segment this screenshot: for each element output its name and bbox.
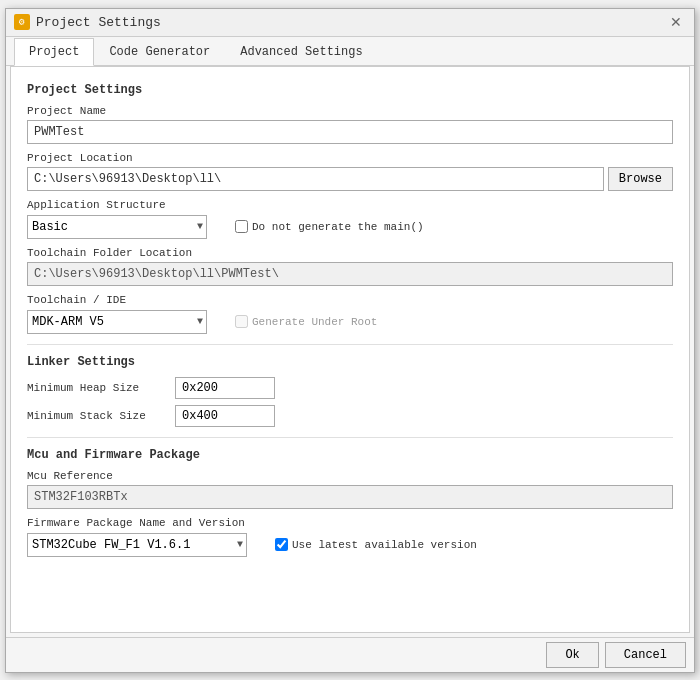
- cancel-button[interactable]: Cancel: [605, 642, 686, 668]
- mcu-section-title: Mcu and Firmware Package: [27, 448, 673, 462]
- mcu-reference-input: [27, 485, 673, 509]
- latest-version-checkbox[interactable]: [275, 538, 288, 551]
- title-bar-left: ⚙ Project Settings: [14, 14, 161, 30]
- toolchain-folder-label: Toolchain Folder Location: [27, 247, 673, 259]
- dialog-footer: Ok Cancel: [6, 637, 694, 672]
- tabs-container: Project Code Generator Advanced Settings: [6, 37, 694, 66]
- min-heap-input[interactable]: [175, 377, 275, 399]
- app-structure-label: Application Structure: [27, 199, 673, 211]
- settings-icon: ⚙: [14, 14, 30, 30]
- toolchain-folder-input[interactable]: [27, 262, 673, 286]
- linker-settings-title: Linker Settings: [27, 355, 673, 369]
- project-settings-section-title: Project Settings: [27, 83, 673, 97]
- latest-version-checkbox-row: Use latest available version: [275, 538, 477, 551]
- divider-1: [27, 344, 673, 345]
- generate-under-root-row: Generate Under Root: [235, 315, 377, 328]
- project-location-input[interactable]: [27, 167, 604, 191]
- generate-under-root-checkbox[interactable]: [235, 315, 248, 328]
- divider-2: [27, 437, 673, 438]
- toolchain-ide-select[interactable]: MDK-ARM V5 MDK-ARM V4 EWARM SW4STM32: [27, 310, 207, 334]
- project-settings-dialog: ⚙ Project Settings ✕ Project Code Genera…: [5, 8, 695, 673]
- min-stack-label: Minimum Stack Size: [27, 410, 167, 422]
- min-heap-label: Minimum Heap Size: [27, 382, 167, 394]
- browse-button[interactable]: Browse: [608, 167, 673, 191]
- min-heap-row: Minimum Heap Size: [27, 377, 673, 399]
- generate-under-root-label: Generate Under Root: [252, 316, 377, 328]
- app-structure-row: Basic Advanced ▼ Do not generate the mai…: [27, 215, 673, 239]
- project-location-row: Browse: [27, 167, 673, 191]
- title-bar: ⚙ Project Settings ✕: [6, 9, 694, 37]
- no-main-checkbox-row: Do not generate the main(): [235, 220, 424, 233]
- project-name-input[interactable]: [27, 120, 673, 144]
- dialog-title: Project Settings: [36, 15, 161, 30]
- project-name-label: Project Name: [27, 105, 673, 117]
- mcu-section: Mcu and Firmware Package Mcu Reference F…: [27, 448, 673, 557]
- tab-content-project: Project Settings Project Name Project Lo…: [10, 66, 690, 633]
- no-main-checkbox[interactable]: [235, 220, 248, 233]
- toolchain-ide-label: Toolchain / IDE: [27, 294, 673, 306]
- tab-project[interactable]: Project: [14, 38, 94, 66]
- close-button[interactable]: ✕: [666, 12, 686, 32]
- firmware-package-label: Firmware Package Name and Version: [27, 517, 673, 529]
- app-structure-select-wrap: Basic Advanced ▼: [27, 215, 207, 239]
- app-structure-select[interactable]: Basic Advanced: [27, 215, 207, 239]
- project-location-label: Project Location: [27, 152, 673, 164]
- min-stack-input[interactable]: [175, 405, 275, 427]
- linker-settings-rows: Minimum Heap Size Minimum Stack Size: [27, 377, 673, 427]
- latest-version-label: Use latest available version: [292, 539, 477, 551]
- toolchain-ide-select-wrap: MDK-ARM V5 MDK-ARM V4 EWARM SW4STM32 ▼: [27, 310, 207, 334]
- no-main-label: Do not generate the main(): [252, 221, 424, 233]
- min-stack-row: Minimum Stack Size: [27, 405, 673, 427]
- tab-code-generator[interactable]: Code Generator: [94, 38, 225, 66]
- toolchain-ide-row: MDK-ARM V5 MDK-ARM V4 EWARM SW4STM32 ▼ G…: [27, 310, 673, 334]
- ok-button[interactable]: Ok: [546, 642, 598, 668]
- firmware-package-row: STM32Cube FW_F1 V1.6.1 ▼ Use latest avai…: [27, 533, 673, 557]
- tab-advanced-settings[interactable]: Advanced Settings: [225, 38, 377, 66]
- mcu-reference-label: Mcu Reference: [27, 470, 673, 482]
- firmware-package-select-wrap: STM32Cube FW_F1 V1.6.1 ▼: [27, 533, 247, 557]
- firmware-package-select[interactable]: STM32Cube FW_F1 V1.6.1: [27, 533, 247, 557]
